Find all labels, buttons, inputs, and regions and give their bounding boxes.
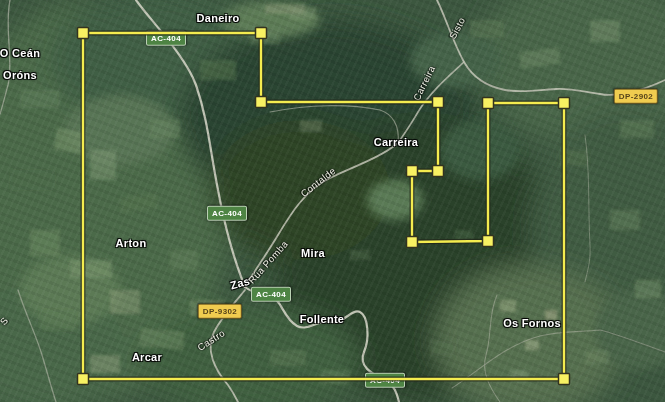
vertex-handle-7[interactable] [483, 236, 494, 247]
vertex-handle-3[interactable] [433, 97, 444, 108]
vertex-handle-10[interactable] [559, 374, 570, 385]
vertex-handle-0[interactable] [78, 28, 89, 39]
vertex-handle-6[interactable] [407, 237, 418, 248]
polygon-overlay [0, 0, 665, 402]
selection-polygon[interactable] [83, 33, 564, 379]
map-canvas[interactable]: DaneiroO CeánOrónsCarreiraArtonMiraZasFo… [0, 0, 665, 402]
vertex-handle-11[interactable] [78, 374, 89, 385]
selection-polygon-casing [83, 33, 564, 379]
vertex-handle-8[interactable] [483, 98, 494, 109]
vertex-handle-4[interactable] [433, 166, 444, 177]
vertex-handle-1[interactable] [256, 28, 267, 39]
vertex-handle-9[interactable] [559, 98, 570, 109]
vertex-handle-5[interactable] [407, 166, 418, 177]
vertex-handle-2[interactable] [256, 97, 267, 108]
